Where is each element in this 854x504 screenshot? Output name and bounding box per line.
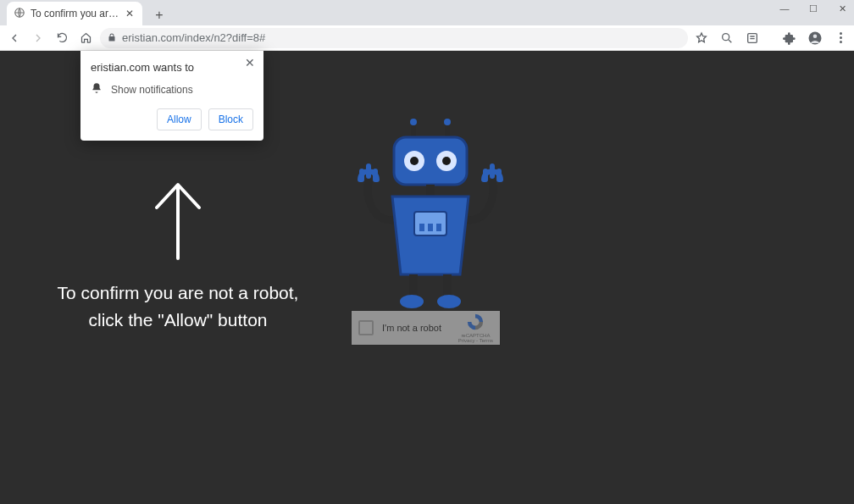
permission-label: Show notifications [111,84,193,96]
menu-dots-icon[interactable] [832,30,849,47]
back-button[interactable] [5,29,24,47]
reader-icon[interactable] [744,30,761,47]
extensions-icon[interactable] [781,30,798,47]
svg-rect-18 [436,224,441,231]
svg-point-21 [400,295,424,308]
notification-permission-popup: ✕ eristian.com wants to Show notificatio… [80,51,263,141]
close-window-icon[interactable]: ✕ [835,3,849,14]
svg-point-8 [444,119,451,125]
browser-toolbar: eristian.com/index/n2?diff=8# [0,25,854,51]
instruction-block: To confirm you are not a robot, click th… [34,178,322,333]
recaptcha-widget[interactable]: I'm not a robot reCAPTCHA Privacy - Term… [351,310,501,346]
svg-point-13 [442,157,451,165]
browser-tab[interactable]: To confirm you are not a robot, c ✕ [7,2,142,25]
url-domain: eristian.com [122,31,181,44]
arrow-up-icon [34,178,322,263]
popup-permission-row: Show notifications [91,82,253,97]
globe-icon [14,7,25,21]
lock-icon [107,32,117,44]
tab-close-icon[interactable]: ✕ [124,8,136,19]
address-bar[interactable]: eristian.com/index/n2?diff=8# [100,28,688,48]
url-path: /index/n2?diff=8# [181,31,265,44]
bell-icon [91,82,103,97]
robot-illustration [341,119,519,325]
popup-close-icon[interactable]: ✕ [243,56,257,69]
window-controls: — ☐ ✕ [778,3,849,14]
svg-rect-16 [419,224,424,231]
svg-point-1 [723,33,729,40]
svg-point-4 [813,34,818,38]
bookmark-star-icon[interactable] [693,30,710,47]
block-button[interactable]: Block [208,108,253,130]
maximize-icon[interactable]: ☐ [807,3,820,14]
recaptcha-badge: reCAPTCHA Privacy - Terms [458,313,493,343]
tab-title: To confirm you are not a robot, c [30,8,120,19]
toolbar-right [693,30,849,47]
svg-rect-19 [409,274,418,298]
instruction-line1: To confirm you are not a robot, [58,283,299,302]
recaptcha-icon [466,313,485,331]
allow-button[interactable]: Allow [157,108,202,130]
minimize-icon[interactable]: — [778,3,791,14]
recaptcha-label: I'm not a robot [382,323,458,333]
reload-button[interactable] [53,29,71,47]
recaptcha-checkbox[interactable] [358,320,374,335]
svg-point-11 [410,157,419,165]
zoom-icon[interactable] [718,30,735,47]
new-tab-button[interactable]: + [149,5,169,25]
window-titlebar: To confirm you are not a robot, c ✕ + — … [0,0,854,25]
page-content: ✕ eristian.com wants to Show notificatio… [0,51,854,504]
profile-icon[interactable] [807,30,824,47]
svg-point-22 [437,295,461,308]
forward-button[interactable] [29,29,47,47]
popup-host-line: eristian.com wants to [91,61,253,74]
svg-point-6 [410,119,417,125]
svg-rect-20 [443,274,452,298]
svg-rect-17 [428,224,433,231]
recaptcha-legal: Privacy - Terms [458,338,493,343]
svg-rect-14 [426,185,435,197]
home-button[interactable] [76,29,95,47]
instruction-line2: click the "Allow" button [88,310,267,330]
